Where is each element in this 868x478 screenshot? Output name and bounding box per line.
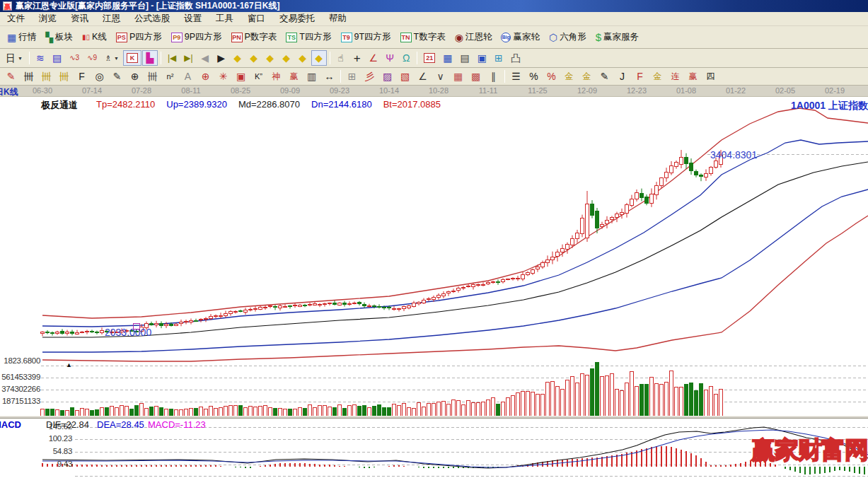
ying-angle-tool[interactable]: 赢 xyxy=(684,69,702,83)
time-ruler-tool[interactable]: 卌 xyxy=(144,69,161,83)
winner-service-button[interactable]: $赢家服务 xyxy=(592,30,642,45)
gold-angle-tool[interactable]: 金 xyxy=(649,69,666,83)
t-number-table-button[interactable]: TNT数字表 xyxy=(397,30,449,45)
gold-line-tool[interactable]: 金 xyxy=(578,69,596,83)
menu-formula-select[interactable]: 公式选股 xyxy=(127,11,177,26)
diamond-fit-button[interactable]: ◆ xyxy=(311,50,327,66)
kline-period-button-caret[interactable]: ▼ xyxy=(18,56,23,61)
gann-tools-button[interactable]: Ψ xyxy=(382,50,398,66)
rect-tool[interactable]: ⊞ xyxy=(343,69,361,83)
winner-wheel-button[interactable]: Big赢家轮 xyxy=(497,30,543,45)
radar-point-tool[interactable]: ✳ xyxy=(214,69,232,83)
spiral-tool[interactable]: ◎ xyxy=(91,69,108,83)
box-grid-tool[interactable]: ▣ xyxy=(232,69,250,83)
kline-style-button[interactable]: K xyxy=(123,50,141,66)
diamond-left-button[interactable]: ◆ xyxy=(230,50,245,66)
diamond-down-button[interactable]: ◆ xyxy=(279,50,294,66)
brush-tool[interactable]: ✎ xyxy=(596,69,613,83)
menu-tools[interactable]: 工具 xyxy=(209,11,241,26)
save-button[interactable]: ▣ xyxy=(474,50,490,66)
gann-grid-gold-tool[interactable]: 卌 xyxy=(37,69,55,83)
slant-lines-tool[interactable]: ∥ xyxy=(485,69,502,83)
menu-news[interactable]: 资讯 xyxy=(64,11,96,26)
wave9-button[interactable]: ∿9 xyxy=(83,50,100,66)
gann-circle-tool[interactable]: ⊕ xyxy=(126,69,144,83)
wave3-button[interactable]: ∿3 xyxy=(66,50,83,66)
grid-red2-tool[interactable]: ▩ xyxy=(467,69,485,83)
network-button[interactable]: ⊞ xyxy=(491,50,507,66)
last-page-button[interactable]: ▶| xyxy=(180,50,196,66)
menu-help[interactable]: 帮助 xyxy=(322,11,354,26)
date-label: 10-28 xyxy=(429,86,449,95)
chart-area[interactable]: 极反通道 Tp=2482.2110 Up=2389.9320 Md=2286.8… xyxy=(0,97,868,478)
price-scale-tool[interactable]: ☰ xyxy=(507,69,525,83)
n-square-tool[interactable]: n² xyxy=(161,69,179,83)
ray-fan-tool[interactable]: 彡 xyxy=(361,69,378,83)
pan-hand-button[interactable]: ☝ xyxy=(333,50,349,66)
color-volume-button[interactable]: ▙ xyxy=(142,50,158,66)
menu-browse[interactable]: 浏览 xyxy=(32,11,64,26)
shen-tool[interactable]: 神 xyxy=(267,69,285,83)
percent-tool[interactable]: % xyxy=(525,69,543,83)
t-square-button[interactable]: TST四方形 xyxy=(282,30,335,45)
note-button[interactable]: ▤ xyxy=(49,50,65,66)
gann-box-tool[interactable]: ▨ xyxy=(378,69,396,83)
gann-wheel-button[interactable]: ◉江恩轮 xyxy=(451,30,496,45)
menu-settings[interactable]: 设置 xyxy=(177,11,209,26)
calculator-button[interactable]: ▦ xyxy=(439,50,456,66)
si-angle-tool[interactable]: 四 xyxy=(702,69,719,83)
kline-button[interactable]: ▮▯K线 xyxy=(79,30,110,45)
angle-measure-button[interactable]: ∠ xyxy=(366,50,382,66)
menu-gann[interactable]: 江恩 xyxy=(96,11,127,26)
diamond-up-button[interactable]: ◆ xyxy=(262,50,278,66)
j-angle-tool[interactable]: J xyxy=(613,69,631,83)
sector-button[interactable]: ▚板块 xyxy=(42,30,76,45)
next-button[interactable]: ▶ xyxy=(214,50,229,66)
wave-overlay-button[interactable]: ≋ xyxy=(33,50,48,66)
calendar-button[interactable]: 21 xyxy=(420,50,439,66)
draw-pen-tool[interactable]: ✎ xyxy=(2,69,20,83)
kline-mark-tool[interactable]: K” xyxy=(250,69,267,83)
diamond-right-button[interactable]: ◆ xyxy=(246,50,262,66)
gann-grid-gold2-tool[interactable]: 卌 xyxy=(55,69,73,83)
percent-line-tool[interactable]: % xyxy=(543,69,560,83)
gold-circle-tool[interactable]: 金 xyxy=(560,69,578,83)
diamond-expand-button[interactable]: ◆ xyxy=(295,50,311,66)
circle-target-tool[interactable]: ⊕ xyxy=(197,69,214,83)
a-wave-tool[interactable]: A xyxy=(179,69,197,83)
angle-ray-tool[interactable]: ∠ xyxy=(414,69,432,83)
symbol-label: 1A0001 上证指数 xyxy=(791,100,868,112)
lian-angle-tool[interactable]: 连 xyxy=(666,69,684,83)
grid-red-tool[interactable]: ▦ xyxy=(449,69,467,83)
f-angle-tool[interactable]: F xyxy=(631,69,649,83)
gann-grid-tool[interactable]: 卌 xyxy=(20,69,37,83)
single-candle-button-caret[interactable]: ▼ xyxy=(114,56,119,61)
single-candle-button[interactable]: ♗▼ xyxy=(101,50,122,66)
ruler-tool[interactable]: ▥ xyxy=(303,69,320,83)
report-button[interactable]: ▤ xyxy=(456,50,473,66)
fibo-grid-tool[interactable]: F xyxy=(73,69,91,83)
ying-grid-tool[interactable]: 赢 xyxy=(285,69,303,83)
menu-window[interactable]: 窗口 xyxy=(241,11,272,26)
print-button[interactable]: 凸 xyxy=(507,50,524,66)
kline-period-button[interactable]: 日▼ xyxy=(2,50,26,66)
width-measure-tool[interactable]: ↔ xyxy=(320,69,338,83)
panel-separator[interactable] xyxy=(0,416,868,419)
draw-pen2-tool[interactable]: ✎ xyxy=(108,69,126,83)
prev-button-icon: ◀ xyxy=(201,53,209,63)
menu-trade[interactable]: 交易委托 xyxy=(272,11,322,26)
prev-button[interactable]: ◀ xyxy=(197,50,213,66)
nine-t-square-button[interactable]: T99T四方形 xyxy=(337,30,395,45)
pattern-button[interactable]: Ω xyxy=(398,50,414,66)
nine-p-square-button[interactable]: P99P四方形 xyxy=(168,30,226,45)
hexagon-button[interactable]: ⬡六角形 xyxy=(545,30,590,45)
title-bar[interactable]: 赢 赢家江恩专业版[赢家内部服务平台] - [上证指数 SH1A0001-167… xyxy=(0,0,868,12)
gann-box2-tool[interactable]: ▧ xyxy=(396,69,414,83)
menu-file[interactable]: 文件 xyxy=(0,11,32,26)
p-square-button[interactable]: PSP四方形 xyxy=(112,30,166,45)
quote-button[interactable]: ▦行情 xyxy=(4,30,40,45)
crosshair-button[interactable]: + xyxy=(349,50,365,66)
first-page-button[interactable]: |◀ xyxy=(164,50,180,66)
p-number-table-button[interactable]: PNP数字表 xyxy=(228,30,281,45)
v-line-tool[interactable]: ∨ xyxy=(432,69,449,83)
